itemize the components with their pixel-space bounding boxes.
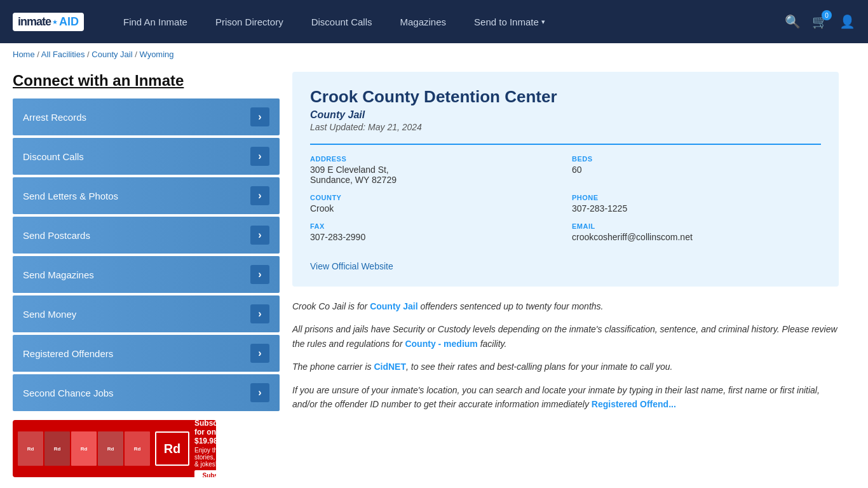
nav-links: Find An Inmate Prison Directory Discount…: [109, 0, 785, 43]
cidnet-link[interactable]: CidNET: [374, 362, 406, 372]
sidebar-item-label: Discount Calls: [23, 151, 84, 162]
breadcrumb: Home / All Facilities / County Jail / Wy…: [0, 43, 868, 65]
cart-badge: 0: [822, 10, 832, 20]
sidebar-item-offenders[interactable]: Registered Offenders ›: [13, 335, 280, 372]
county-value: Crook: [310, 203, 559, 214]
sidebar-item-label: Send Money: [23, 309, 76, 320]
logo-text: inmate: [18, 15, 51, 29]
sidebar-item-letters-photos[interactable]: Send Letters & Photos ›: [13, 177, 280, 214]
site-logo[interactable]: inmate ★ AID: [13, 13, 84, 31]
sidebar-item-discount-calls[interactable]: Discount Calls ›: [13, 138, 280, 175]
ad-text-content: 1-Year Subscription for only $19.98 Enjo…: [194, 420, 216, 477]
email-label: EMAIL: [572, 222, 821, 230]
ad-cover-5: Rd: [125, 431, 150, 466]
phone-field: PHONE 307-283-1225: [572, 194, 821, 214]
user-button[interactable]: 👤: [839, 14, 855, 29]
chevron-right-icon: ›: [250, 383, 269, 402]
facility-type: County Jail: [310, 109, 821, 121]
chevron-right-icon: ›: [250, 147, 269, 166]
ad-subscribe-button[interactable]: Subscribe Now: [194, 470, 216, 478]
ad-covers: Rd Rd Rd Rd Rd: [18, 431, 150, 466]
address-value: 309 E Cleveland St,Sundance, WY 82729: [310, 165, 559, 185]
sidebar-item-label: Send Letters & Photos: [23, 191, 118, 201]
desc-para-2: All prisons and jails have Security or C…: [292, 322, 839, 351]
beds-value: 60: [572, 165, 821, 175]
breadcrumb-state[interactable]: Wyoming: [139, 50, 173, 59]
nav-find-inmate[interactable]: Find An Inmate: [109, 0, 201, 43]
address-label: ADDRESS: [310, 155, 559, 163]
ad-cover-2: Rd: [44, 431, 70, 466]
content-area: Crook County Detention Center County Jai…: [292, 72, 839, 477]
nav-discount-calls[interactable]: Discount Calls: [297, 0, 386, 43]
main-content: Connect with an Inmate Arrest Records › …: [0, 65, 851, 488]
facility-name: Crook County Detention Center: [310, 87, 821, 107]
beds-label: BEDS: [572, 155, 821, 163]
search-button[interactable]: 🔍: [785, 14, 801, 29]
sidebar-menu: Arrest Records › Discount Calls › Send L…: [13, 98, 280, 411]
address-field: ADDRESS 309 E Cleveland St,Sundance, WY …: [310, 155, 559, 185]
facility-info-grid: ADDRESS 309 E Cleveland St,Sundance, WY …: [310, 144, 821, 252]
ad-cover-3: Rd: [71, 431, 97, 466]
desc-para-3: The phone carrier is CidNET, to see thei…: [292, 360, 839, 374]
facility-updated: Last Updated: May 21, 2024: [310, 122, 821, 132]
logo-aid-text: AID: [59, 15, 79, 29]
chevron-right-icon: ›: [250, 186, 269, 205]
nav-send-to-inmate[interactable]: Send to Inmate ▾: [460, 0, 559, 43]
chevron-right-icon: ›: [250, 304, 269, 323]
beds-field: BEDS 60: [572, 155, 821, 185]
ad-cover-1: Rd: [18, 431, 43, 466]
fax-label: FAX: [310, 222, 559, 230]
sidebar-item-postcards[interactable]: Send Postcards ›: [13, 217, 280, 254]
county-medium-link[interactable]: County - medium: [405, 339, 477, 349]
sidebar-item-label: Registered Offenders: [23, 348, 113, 359]
email-value: crookcosheriff@collinscom.net: [572, 232, 821, 242]
registered-offenders-link[interactable]: Registered Offend...: [592, 399, 676, 409]
breadcrumb-county-jail[interactable]: County Jail: [92, 50, 132, 59]
chevron-right-icon: ›: [250, 226, 269, 245]
chevron-right-icon: ›: [250, 265, 269, 284]
email-field: EMAIL crookcosheriff@collinscom.net: [572, 222, 821, 242]
nav-prison-directory[interactable]: Prison Directory: [201, 0, 297, 43]
readers-digest-logo: Rd: [155, 431, 189, 466]
dropdown-arrow-icon: ▾: [541, 18, 545, 26]
sidebar-item-money[interactable]: Send Money ›: [13, 295, 280, 332]
facility-card: Crook County Detention Center County Jai…: [292, 72, 839, 287]
facility-description: Crook Co Jail is for County Jail offende…: [292, 299, 839, 411]
sidebar-item-arrest-records[interactable]: Arrest Records ›: [13, 98, 280, 135]
desc-para-4: If you are unsure of your inmate's locat…: [292, 383, 839, 412]
phone-value: 307-283-1225: [572, 203, 821, 214]
desc-para-1: Crook Co Jail is for County Jail offende…: [292, 299, 839, 313]
view-website-link[interactable]: View Official Website: [310, 261, 393, 271]
ad-title: 1-Year Subscription for only $19.98: [194, 420, 216, 445]
county-field: COUNTY Crook: [310, 194, 559, 214]
phone-label: PHONE: [572, 194, 821, 201]
ad-cover-4: Rd: [98, 431, 123, 466]
nav-icons: 🔍 🛒 0 👤: [785, 14, 855, 29]
advertisement-banner: Rd Rd Rd Rd Rd Rd 1-Year Subscription fo…: [13, 420, 216, 477]
county-label: COUNTY: [310, 194, 559, 201]
sidebar-item-label: Send Magazines: [23, 269, 94, 280]
sidebar-item-label: Second Chance Jobs: [23, 388, 114, 398]
sidebar: Connect with an Inmate Arrest Records › …: [13, 72, 292, 477]
sidebar-item-label: Send Postcards: [23, 230, 90, 241]
sidebar-title: Connect with an Inmate: [13, 72, 280, 90]
fax-value: 307-283-2990: [310, 232, 559, 242]
main-nav: inmate ★ AID Find An Inmate Prison Direc…: [0, 0, 868, 43]
sidebar-item-label: Arrest Records: [23, 112, 86, 123]
ad-subtitle: Enjoy the BEST stories, advice & jokes!: [194, 447, 216, 468]
fax-field: FAX 307-283-2990: [310, 222, 559, 242]
chevron-right-icon: ›: [250, 107, 269, 126]
breadcrumb-all-facilities[interactable]: All Facilities: [41, 50, 85, 59]
cart-button[interactable]: 🛒 0: [812, 14, 828, 29]
sidebar-item-jobs[interactable]: Second Chance Jobs ›: [13, 374, 280, 411]
chevron-right-icon: ›: [250, 344, 269, 363]
nav-magazines[interactable]: Magazines: [386, 0, 461, 43]
county-jail-link-1[interactable]: County Jail: [370, 301, 417, 311]
logo-star-icon: ★: [52, 18, 58, 25]
breadcrumb-home[interactable]: Home: [13, 50, 35, 59]
sidebar-item-magazines[interactable]: Send Magazines ›: [13, 256, 280, 293]
